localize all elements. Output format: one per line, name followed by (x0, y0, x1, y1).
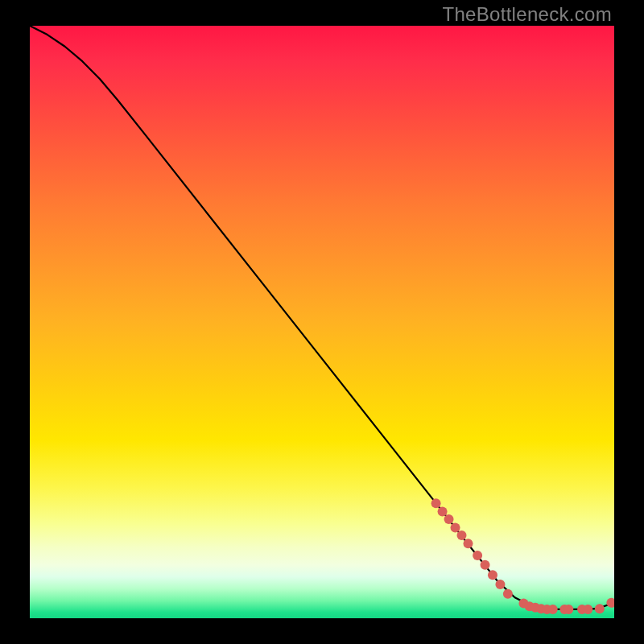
plot-area (30, 26, 614, 618)
data-point (488, 570, 497, 580)
data-point (595, 604, 605, 613)
data-point (431, 498, 441, 508)
data-point (473, 551, 482, 560)
data-point (583, 605, 592, 614)
data-point (503, 589, 513, 599)
chart-svg (30, 26, 614, 618)
data-point (606, 598, 614, 608)
watermark-text: TheBottleneck.com (442, 3, 612, 26)
data-point (444, 514, 454, 524)
curve-markers (431, 498, 614, 614)
data-point (451, 522, 460, 532)
data-point (481, 560, 490, 570)
data-point (438, 507, 448, 517)
curve-line (30, 26, 614, 609)
data-point (495, 580, 505, 589)
data-point (564, 605, 573, 614)
chart-frame: TheBottleneck.com (0, 0, 644, 644)
data-point (464, 539, 473, 548)
data-point (457, 530, 467, 540)
data-point (548, 605, 558, 614)
